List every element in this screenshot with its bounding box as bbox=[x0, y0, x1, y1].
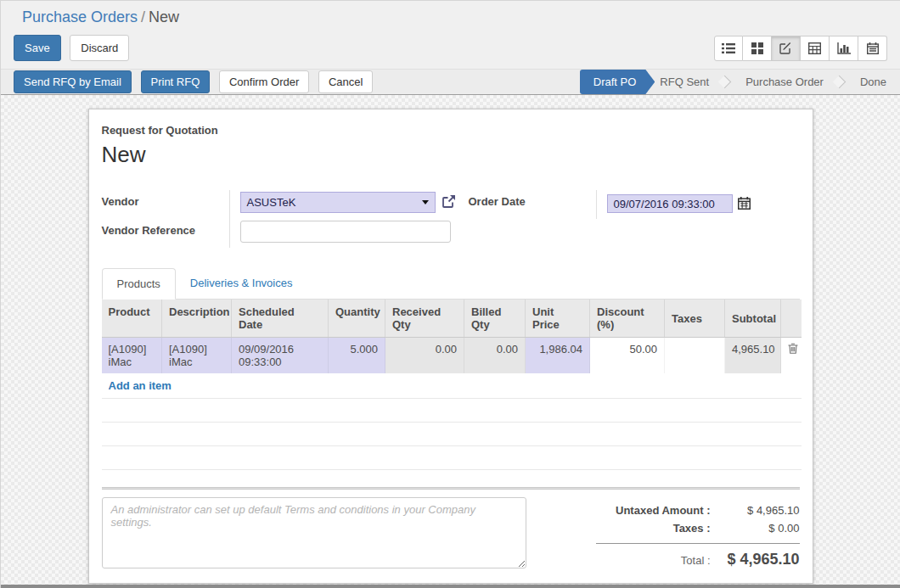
breadcrumb-separator: / bbox=[138, 8, 149, 25]
col-header-actions bbox=[781, 300, 802, 338]
totals-divider bbox=[596, 543, 800, 544]
list-icon bbox=[722, 42, 735, 54]
order-date-input[interactable]: 09/07/2016 09:33:00 bbox=[607, 194, 733, 213]
order-lines-table: Product Description Scheduled Date Quant… bbox=[102, 300, 802, 470]
chevron-right-icon bbox=[833, 76, 847, 89]
terms-and-conditions-textarea[interactable] bbox=[102, 497, 526, 568]
bottom-edge-bar bbox=[1, 585, 900, 588]
col-header-discount[interactable]: Discount (%) bbox=[590, 300, 665, 338]
form-buttons: Save Discard bbox=[14, 35, 129, 61]
status-step-draft-po[interactable]: Draft PO bbox=[580, 70, 655, 94]
calendar-view-button[interactable] bbox=[858, 36, 887, 61]
empty-line-row[interactable] bbox=[102, 423, 802, 446]
save-button[interactable]: Save bbox=[14, 35, 61, 61]
empty-line-row[interactable] bbox=[102, 446, 802, 470]
taxes-value: $ 0.00 bbox=[711, 522, 800, 535]
send-rfq-by-email-button[interactable]: Send RFQ by Email bbox=[14, 70, 132, 93]
cell-subtotal: 4,965.10 bbox=[725, 338, 781, 374]
total-label: Total : bbox=[681, 554, 711, 567]
discard-button[interactable]: Discard bbox=[70, 35, 129, 61]
page-title: New bbox=[102, 142, 800, 168]
calendar-picker-icon[interactable] bbox=[738, 197, 751, 212]
col-header-scheduled-date[interactable]: Scheduled Date bbox=[232, 300, 329, 338]
graph-view-button[interactable] bbox=[830, 36, 858, 61]
cell-unit-price[interactable]: 1,986.04 bbox=[526, 338, 590, 374]
horizontal-separator bbox=[102, 487, 800, 490]
col-header-quantity[interactable]: Quantity bbox=[329, 300, 385, 338]
col-header-taxes[interactable]: Taxes bbox=[665, 300, 725, 338]
delete-row-button[interactable] bbox=[781, 338, 802, 374]
chevron-right-icon bbox=[718, 76, 732, 89]
notebook-tabs: Products Deliveries & Invoices bbox=[102, 268, 800, 300]
add-item-row: Add an item bbox=[102, 373, 802, 399]
confirm-order-button[interactable]: Confirm Order bbox=[219, 70, 309, 93]
control-panel: Save Discard bbox=[1, 26, 900, 69]
header-fields: Vendor ASUSTeK Vendor Reference bbox=[102, 190, 800, 248]
untaxed-amount-value: $ 4,965.10 bbox=[711, 504, 800, 517]
form-sheet: Request for Quotation New Vendor ASUSTeK… bbox=[88, 109, 813, 584]
status-pipeline: Draft PO RFQ Sent Purchase Order Done bbox=[580, 70, 900, 94]
document-type-label: Request for Quotation bbox=[102, 124, 800, 137]
bar-chart-icon bbox=[837, 42, 851, 54]
tab-products[interactable]: Products bbox=[102, 268, 176, 300]
vendor-select[interactable]: ASUSTeK bbox=[240, 192, 436, 213]
vendor-label: Vendor bbox=[102, 190, 229, 219]
cancel-button[interactable]: Cancel bbox=[318, 70, 373, 93]
external-link-icon[interactable] bbox=[442, 194, 456, 211]
status-step-purchase-order[interactable]: Purchase Order bbox=[740, 70, 829, 94]
empty-line-row[interactable] bbox=[102, 399, 802, 423]
col-header-subtotal[interactable]: Subtotal bbox=[725, 300, 781, 338]
statusbar-buttons: Send RFQ by Email Print RFQ Confirm Orde… bbox=[14, 70, 373, 93]
table-header-row: Product Description Scheduled Date Quant… bbox=[102, 300, 802, 338]
vendor-reference-label: Vendor Reference bbox=[102, 219, 229, 248]
breadcrumb: Purchase Orders/New bbox=[1, 1, 900, 26]
edit-form-icon bbox=[779, 42, 792, 54]
view-switcher bbox=[714, 36, 887, 61]
total-value: $ 4,965.10 bbox=[711, 551, 800, 568]
cell-description[interactable]: [A1090] iMac bbox=[162, 338, 232, 374]
totals-summary: Untaxed Amount : $ 4,965.10 Taxes : $ 0.… bbox=[596, 497, 800, 571]
form-view-button[interactable] bbox=[772, 36, 801, 61]
breadcrumb-parent-link[interactable]: Purchase Orders bbox=[22, 8, 138, 25]
status-step-rfq-sent[interactable]: RFQ Sent bbox=[655, 70, 714, 94]
sheet-footer: Untaxed Amount : $ 4,965.10 Taxes : $ 0.… bbox=[102, 497, 800, 571]
kanban-icon bbox=[751, 42, 763, 54]
table-row[interactable]: [A1090] iMac [A1090] iMac 09/09/2016 09:… bbox=[102, 338, 802, 374]
print-rfq-button[interactable]: Print RFQ bbox=[141, 70, 211, 93]
cell-billed-qty: 0.00 bbox=[464, 338, 526, 374]
cell-discount[interactable]: 50.00 bbox=[590, 338, 665, 374]
col-header-billed-qty[interactable]: Billed Qty bbox=[464, 300, 526, 338]
list-view-button[interactable] bbox=[714, 36, 743, 61]
col-header-received-qty[interactable]: Received Qty bbox=[385, 300, 464, 338]
order-date-label: Order Date bbox=[469, 190, 596, 219]
trash-icon bbox=[788, 344, 798, 356]
cell-taxes[interactable] bbox=[665, 338, 725, 374]
col-header-description[interactable]: Description bbox=[162, 300, 232, 338]
status-step-done[interactable]: Done bbox=[855, 70, 900, 94]
caret-down-icon bbox=[422, 200, 429, 204]
col-header-product[interactable]: Product bbox=[102, 300, 162, 338]
breadcrumb-current: New bbox=[149, 8, 179, 25]
pivot-table-icon bbox=[808, 42, 821, 54]
vendor-reference-input[interactable] bbox=[240, 221, 451, 243]
tab-deliveries-invoices[interactable]: Deliveries & Invoices bbox=[176, 268, 307, 299]
add-an-item-link[interactable]: Add an item bbox=[102, 373, 802, 399]
calendar-icon bbox=[867, 42, 879, 54]
cell-scheduled-date[interactable]: 09/09/2016 09:33:00 bbox=[232, 338, 329, 374]
pivot-view-button[interactable] bbox=[801, 36, 830, 61]
cell-quantity[interactable]: 5.000 bbox=[329, 338, 385, 374]
untaxed-amount-label: Untaxed Amount : bbox=[616, 504, 710, 517]
form-view-background: Request for Quotation New Vendor ASUSTeK… bbox=[1, 95, 900, 585]
cell-product[interactable]: [A1090] iMac bbox=[102, 338, 162, 374]
col-header-unit-price[interactable]: Unit Price bbox=[526, 300, 590, 338]
statusbar: Send RFQ by Email Print RFQ Confirm Orde… bbox=[1, 69, 900, 95]
kanban-view-button[interactable] bbox=[743, 36, 772, 61]
cell-received-qty: 0.00 bbox=[385, 338, 464, 374]
vendor-value: ASUSTeK bbox=[247, 196, 422, 209]
taxes-label: Taxes : bbox=[673, 522, 711, 535]
